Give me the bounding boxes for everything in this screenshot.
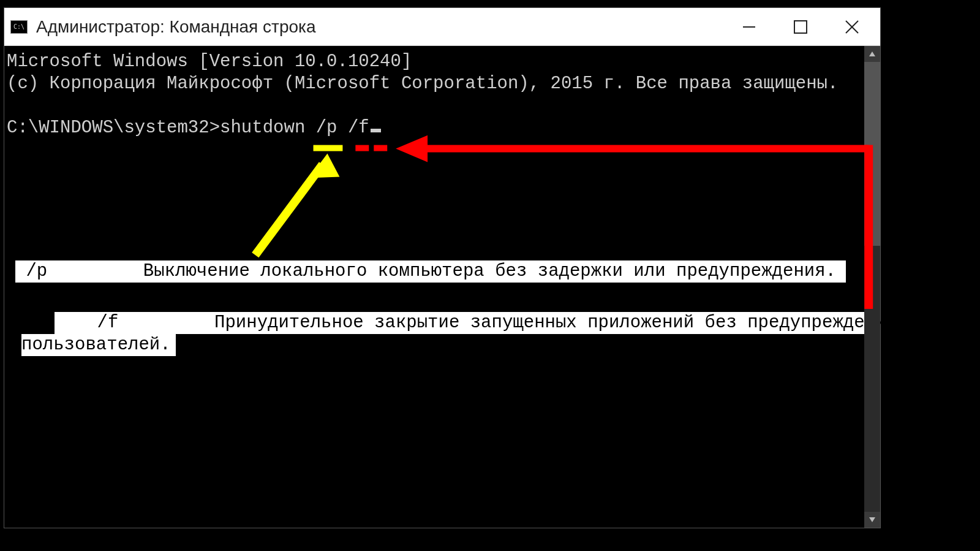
maximize-button[interactable] (787, 13, 814, 40)
cmd-icon: C:\ (10, 20, 28, 34)
svg-rect-7 (355, 145, 369, 151)
help-f-flag-line2: пользователей. (21, 334, 176, 356)
red-arrow-icon (396, 135, 869, 309)
minimize-button[interactable] (736, 13, 763, 40)
scroll-up-button[interactable] (864, 46, 880, 62)
terminal-client-area[interactable]: Microsoft Windows [Version 10.0.10240] (… (4, 46, 880, 528)
text-cursor (371, 129, 381, 132)
window-controls (736, 13, 865, 40)
command-input: shutdown /p /f (220, 118, 369, 138)
titlebar[interactable]: C:\ Администратор: Командная строка (4, 8, 880, 46)
yellow-arrow-icon (255, 154, 340, 256)
scroll-down-button[interactable] (864, 512, 880, 528)
copyright-line: (c) Корпорация Майкрософт (Microsoft Cor… (7, 74, 838, 94)
os-version-line: Microsoft Windows [Version 10.0.10240] (7, 51, 412, 72)
cmd-window: C:\ Администратор: Командная строка Micr… (4, 7, 881, 528)
svg-marker-12 (396, 135, 428, 162)
svg-rect-8 (374, 145, 387, 151)
svg-rect-1 (794, 21, 807, 33)
help-f-flag-line1: /f Принудительное закрытие запущенных пр… (55, 312, 879, 334)
prompt: C:\WINDOWS\system32> (7, 118, 220, 138)
vertical-scrollbar[interactable] (864, 46, 880, 528)
scroll-thumb[interactable] (864, 62, 880, 246)
svg-rect-6 (314, 145, 343, 151)
svg-marker-5 (869, 517, 875, 522)
window-title: Администратор: Командная строка (36, 17, 736, 37)
svg-marker-4 (869, 51, 875, 56)
terminal-output: Microsoft Windows [Version 10.0.10240] (… (4, 46, 880, 139)
close-button[interactable] (839, 13, 865, 40)
svg-line-9 (255, 165, 323, 256)
help-p-flag: /p Выключение локального компьютера без … (15, 260, 846, 283)
svg-marker-10 (309, 154, 340, 178)
